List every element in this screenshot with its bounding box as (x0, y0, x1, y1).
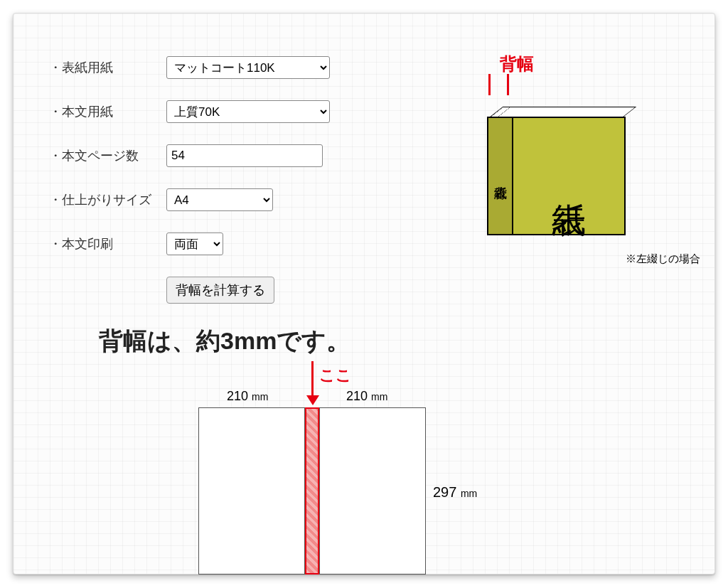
select-cover-paper[interactable]: マットコート110K (166, 56, 330, 79)
width-left-unit: mm (252, 391, 268, 402)
result-heading: 背幅は、約3mmです。 (99, 325, 686, 358)
width-left-value: 210 (227, 389, 248, 403)
dimension-height: 297 mm (433, 484, 477, 501)
spine-strip (305, 407, 319, 574)
select-finish-size[interactable]: A4 (166, 188, 273, 211)
arrow-down-stem (311, 361, 314, 395)
dimension-width-left: 210 mm (227, 389, 268, 404)
dimension-width-right: 210 mm (346, 389, 387, 404)
label-body-paper: ・本文用紙 (49, 103, 166, 120)
book-binding-note: ※左綴じの場合 (626, 252, 700, 266)
spine-indicator-line-1 (488, 74, 491, 95)
book-spine-face: 背表紙 (487, 117, 512, 235)
spine-indicator-line-2 (507, 74, 509, 95)
width-right-unit: mm (371, 391, 387, 402)
width-right-value: 210 (346, 389, 368, 403)
label-body-print: ・本文印刷 (49, 235, 166, 252)
spine-here-label: ここ (319, 365, 352, 386)
label-finish-size: ・仕上がりサイズ (49, 191, 166, 208)
calculate-button[interactable]: 背幅を計算する (166, 277, 274, 304)
cover-spread (198, 407, 426, 574)
label-cover-paper: ・表紙用紙 (49, 59, 166, 76)
label-page-count: ・本文ページ数 (49, 147, 166, 164)
calculator-panel: ・表紙用紙 マットコート110K ・本文用紙 上質70K ・本文ページ数 ・仕上… (13, 13, 715, 574)
front-cover-page (319, 407, 426, 574)
arrow-down-icon (306, 395, 319, 405)
book-illustration: 背表紙 表紙 (473, 109, 636, 237)
book-front-face: 表紙 (512, 117, 626, 235)
book-3d-diagram: 背幅 背表紙 表紙 ※左綴じの場合 (466, 53, 665, 266)
height-value: 297 (433, 484, 456, 500)
height-unit: mm (461, 488, 477, 499)
back-cover-page (198, 407, 305, 574)
spread-diagram: ここ 210 mm 210 mm 297 mm (198, 365, 639, 585)
select-body-paper[interactable]: 上質70K (166, 100, 330, 123)
select-body-print[interactable]: 両面 (166, 232, 223, 255)
spine-width-label: 背幅 (500, 53, 534, 75)
input-page-count[interactable] (166, 144, 323, 167)
